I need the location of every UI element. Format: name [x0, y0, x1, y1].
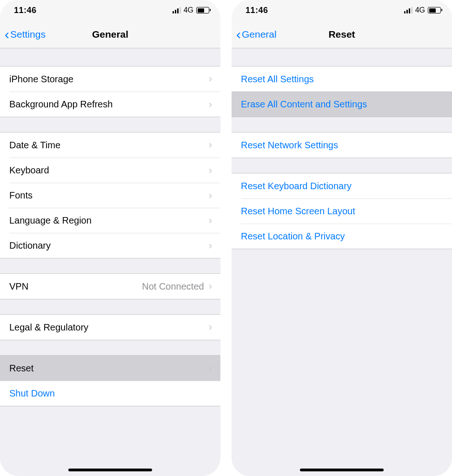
group-reset-network: Reset Network Settings [232, 132, 452, 158]
row-detail: Not Connected [142, 281, 204, 292]
chevron-right-icon: › [209, 240, 212, 252]
chevron-right-icon: › [209, 139, 212, 151]
nav-back-label: Settings [10, 29, 46, 40]
nav-title: Reset [328, 29, 355, 40]
group-datetime: Date & Time › Keyboard › Fonts › Languag… [0, 132, 220, 258]
chevron-right-icon: › [209, 280, 212, 292]
network-label: 4G [415, 6, 425, 14]
row-fonts[interactable]: Fonts › [9, 183, 220, 208]
row-label: Reset Location & Privacy [241, 231, 345, 242]
status-right: 4G [173, 6, 209, 14]
chevron-left-icon: ‹ [5, 27, 9, 41]
chevron-left-icon: ‹ [236, 27, 241, 41]
signal-icon [404, 7, 412, 13]
group-reset-other: Reset Keyboard Dictionary Reset Home Scr… [232, 173, 452, 249]
row-label: Reset Network Settings [241, 140, 338, 151]
chevron-right-icon: › [209, 362, 212, 374]
nav-back-button[interactable]: ‹ General [236, 27, 277, 41]
status-time: 11:46 [246, 6, 268, 15]
phone-right: 11:46 4G ‹ General Reset Reset All Setti… [232, 0, 452, 476]
row-label: Legal & Regulatory [9, 322, 88, 333]
row-iphone-storage[interactable]: iPhone Storage › [0, 66, 220, 92]
group-storage: iPhone Storage › Background App Refresh … [0, 66, 220, 117]
nav-bar: ‹ General Reset [232, 20, 452, 48]
row-language-region[interactable]: Language & Region › [9, 208, 220, 233]
row-label: Reset Home Screen Layout [241, 206, 355, 217]
content: Reset All Settings Erase All Content and… [232, 48, 452, 476]
row-reset-network-settings[interactable]: Reset Network Settings [232, 132, 452, 158]
row-label: Keyboard [9, 165, 49, 176]
row-label: Reset [9, 363, 33, 374]
row-dictionary[interactable]: Dictionary › [9, 233, 220, 258]
row-label: Reset Keyboard Dictionary [241, 181, 352, 192]
chevron-right-icon: › [209, 215, 212, 227]
row-label: Date & Time [9, 140, 60, 151]
signal-icon [173, 7, 181, 13]
home-indicator [68, 469, 152, 471]
nav-back-label: General [242, 29, 277, 40]
chevron-right-icon: › [209, 99, 212, 111]
nav-title: General [92, 29, 128, 40]
row-keyboard[interactable]: Keyboard › [9, 158, 220, 183]
row-label: Reset All Settings [241, 74, 314, 85]
row-label: Erase All Content and Settings [241, 99, 367, 110]
group-reset: Reset › Shut Down [0, 355, 220, 406]
row-label: iPhone Storage [9, 74, 73, 85]
content: iPhone Storage › Background App Refresh … [0, 48, 220, 476]
group-vpn: VPN Not Connected › [0, 273, 220, 299]
status-bar: 11:46 4G [0, 0, 220, 20]
row-label: Fonts [9, 190, 33, 201]
row-vpn[interactable]: VPN Not Connected › [0, 274, 220, 299]
chevron-right-icon: › [209, 321, 212, 333]
phone-left: 11:46 4G ‹ Settings General iPhone Stora… [0, 0, 220, 476]
battery-icon [428, 7, 441, 13]
row-reset[interactable]: Reset › [0, 356, 220, 381]
row-reset-home-screen-layout[interactable]: Reset Home Screen Layout [241, 198, 452, 224]
nav-back-button[interactable]: ‹ Settings [5, 27, 46, 41]
row-background-app-refresh[interactable]: Background App Refresh › [9, 92, 220, 117]
status-right: 4G [404, 6, 441, 14]
nav-bar: ‹ Settings General [0, 20, 220, 48]
group-legal: Legal & Regulatory › [0, 314, 220, 340]
row-erase-all-content[interactable]: Erase All Content and Settings [232, 92, 452, 117]
chevron-right-icon: › [209, 190, 212, 202]
network-label: 4G [184, 6, 193, 14]
row-legal-regulatory[interactable]: Legal & Regulatory › [0, 315, 220, 340]
status-time: 11:46 [14, 6, 37, 15]
group-reset-top: Reset All Settings Erase All Content and… [232, 66, 452, 117]
row-label: Background App Refresh [9, 99, 113, 110]
row-reset-keyboard-dictionary[interactable]: Reset Keyboard Dictionary [232, 173, 452, 198]
row-label: VPN [9, 281, 28, 292]
row-date-time[interactable]: Date & Time › [0, 132, 220, 158]
status-bar: 11:46 4G [232, 0, 452, 20]
row-reset-location-privacy[interactable]: Reset Location & Privacy [241, 224, 452, 249]
row-label: Shut Down [9, 388, 55, 399]
battery-icon [196, 7, 209, 13]
row-shut-down[interactable]: Shut Down [0, 381, 220, 406]
row-reset-all-settings[interactable]: Reset All Settings [232, 66, 452, 92]
row-label: Dictionary [9, 240, 51, 251]
chevron-right-icon: › [209, 73, 212, 85]
row-label: Language & Region [9, 215, 92, 226]
home-indicator [300, 469, 384, 471]
chevron-right-icon: › [209, 165, 212, 177]
